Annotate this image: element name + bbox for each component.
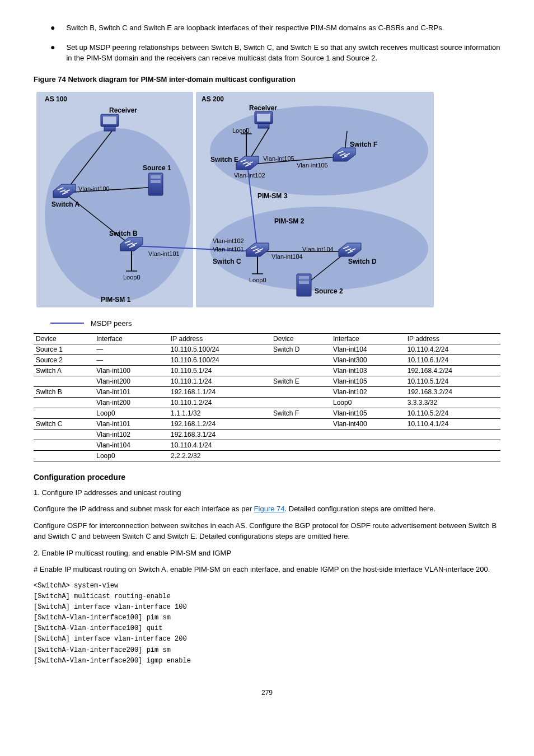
- page-number: 279: [34, 689, 500, 697]
- table-header-cell: Device: [271, 333, 331, 344]
- table-header-cell: Interface: [94, 333, 168, 344]
- table-header-cell: Device: [34, 333, 94, 344]
- svg-rect-22: [257, 114, 270, 122]
- vlan105-label-2: Vlan-int105: [297, 162, 328, 169]
- pimsm3-label: PIM-SM 3: [257, 192, 288, 200]
- vlan102-label-2: Vlan-int102: [234, 172, 265, 179]
- table-cell: Vlan-int103: [331, 365, 405, 376]
- table-cell: [271, 365, 331, 376]
- table-cell: Vlan-int100: [94, 365, 168, 376]
- receiver-label: Receiver: [109, 106, 137, 114]
- table-cell: [271, 418, 331, 429]
- paragraph: Configure the IP address and subnet mask…: [34, 503, 500, 515]
- network-diagram: AS 100 AS 200 Receiver Receiver Source 1: [34, 89, 500, 315]
- bullet-item: ● Set up MSDP peering relationships betw…: [50, 42, 500, 64]
- switchF-label: Switch F: [350, 141, 377, 148]
- table-cell: Vlan-int101: [94, 386, 168, 397]
- table-row: Switch CVlan-int101192.168.1.2/24Vlan-in…: [34, 418, 500, 429]
- command-line: [SwitchA] multicast routing-enable: [34, 591, 500, 602]
- table-cell: Switch F: [271, 408, 331, 418]
- switchC-label: Switch C: [213, 258, 241, 265]
- table-cell: [405, 440, 500, 450]
- table-cell: Switch B: [34, 386, 94, 397]
- table-cell: Source 2: [34, 354, 94, 365]
- svg-rect-25: [151, 175, 161, 179]
- table-cell: 10.110.6.1/24: [405, 354, 500, 365]
- pimsm1-label: PIM-SM 1: [101, 296, 131, 304]
- as200-label: AS 200: [202, 95, 224, 103]
- table-cell: Vlan-int300: [331, 354, 405, 365]
- table-cell: [34, 376, 94, 386]
- table-cell: 192.168.1.1/24: [168, 386, 271, 397]
- table-row: Loop02.2.2.2/32: [34, 450, 500, 461]
- table-cell: 10.110.6.100/24: [168, 354, 271, 365]
- source1-label: Source 1: [143, 164, 171, 172]
- table-cell: Vlan-int101: [94, 418, 168, 429]
- bullet-text: Set up MSDP peering relationships betwee…: [66, 42, 500, 64]
- step-1: 1. Configure IP addresses and unicast ro…: [34, 487, 500, 498]
- command-line: [SwitchA] interface vlan-interface 200: [34, 634, 500, 645]
- switchE-label: Switch E: [210, 156, 238, 164]
- receiver-label-2: Receiver: [249, 104, 277, 112]
- loop0-label-2: Loop0: [249, 277, 266, 283]
- figure-link[interactable]: Figure 74: [254, 505, 285, 513]
- vlan101-label-1: Vlan-int101: [148, 250, 180, 257]
- table-cell: 10.110.5.100/24: [168, 344, 271, 354]
- vlan100-label: Vlan-int100: [78, 185, 110, 192]
- table-cell: Switch E: [271, 376, 331, 386]
- svg-rect-20: [104, 127, 115, 131]
- table-cell: 192.168.3.1/24: [168, 429, 271, 440]
- switchA-label: Switch A: [51, 200, 80, 208]
- table-cell: 2.2.2.2/32: [168, 450, 271, 461]
- table-cell: Switch D: [271, 344, 331, 354]
- table-cell: [271, 397, 331, 408]
- bullet-marker: ●: [50, 42, 55, 64]
- table-cell: 10.110.1.2/24: [168, 397, 271, 408]
- pimsm2-label: PIM-SM 2: [274, 217, 305, 225]
- svg-rect-28: [299, 276, 309, 279]
- command-line: [SwitchA-Vlan-interface100] pim sm: [34, 613, 500, 623]
- table-cell: Vlan-int200: [94, 376, 168, 386]
- switchD-label: Switch D: [348, 258, 377, 265]
- command-block: <SwitchA> system-view[SwitchA] multicast…: [34, 581, 500, 667]
- loop0-label-3: Loop0: [232, 127, 250, 134]
- table-cell: 192.168.1.2/24: [168, 418, 271, 429]
- table-row: Vlan-int20010.110.1.1/24Switch EVlan-int…: [34, 376, 500, 386]
- table-cell: [34, 440, 94, 450]
- table-cell: Switch C: [34, 418, 94, 429]
- source2-label: Source 2: [315, 287, 343, 295]
- table-header-cell: IP address: [168, 333, 271, 344]
- table-cell: Loop0: [94, 450, 168, 461]
- table-row: Source 2—10.110.6.100/24Vlan-int30010.11…: [34, 354, 500, 365]
- table-cell: [405, 429, 500, 440]
- interface-table: DeviceInterfaceIP addressDeviceInterface…: [34, 333, 500, 461]
- table-cell: [271, 450, 331, 461]
- table-cell: [405, 450, 500, 461]
- command-line: <SwitchA> system-view: [34, 581, 500, 591]
- table-cell: [34, 397, 94, 408]
- table-cell: 10.110.5.1/24: [168, 365, 271, 376]
- paragraph: Configure OSPF for interconnection betwe…: [34, 520, 500, 542]
- table-cell: [331, 450, 405, 461]
- table-cell: Vlan-int102: [331, 386, 405, 397]
- table-row: Switch BVlan-int101192.168.1.1/24Vlan-in…: [34, 386, 500, 397]
- table-cell: Vlan-int102: [94, 429, 168, 440]
- table-cell: Vlan-int104: [331, 344, 405, 354]
- table-header-cell: IP address: [405, 333, 500, 344]
- table-cell: Switch A: [34, 365, 94, 376]
- procedure-title: Configuration procedure: [34, 473, 500, 482]
- svg-rect-19: [103, 116, 116, 124]
- command-line: [SwitchA-Vlan-interface200] pim sm: [34, 645, 500, 656]
- table-cell: 10.110.4.1/24: [405, 418, 500, 429]
- table-cell: —: [94, 344, 168, 354]
- table-cell: [34, 408, 94, 418]
- svg-rect-23: [258, 124, 269, 128]
- bullet-text: Switch B, Switch C and Switch E are loop…: [66, 22, 444, 34]
- table-row: Vlan-int102192.168.3.1/24: [34, 429, 500, 440]
- table-cell: —: [94, 354, 168, 365]
- table-cell: 10.110.5.2/24: [405, 408, 500, 418]
- figure-title: Figure 74 Network diagram for PIM-SM int…: [34, 75, 500, 83]
- table-cell: [271, 440, 331, 450]
- vlan105-label-1: Vlan-int105: [263, 155, 294, 162]
- svg-rect-26: [151, 180, 161, 183]
